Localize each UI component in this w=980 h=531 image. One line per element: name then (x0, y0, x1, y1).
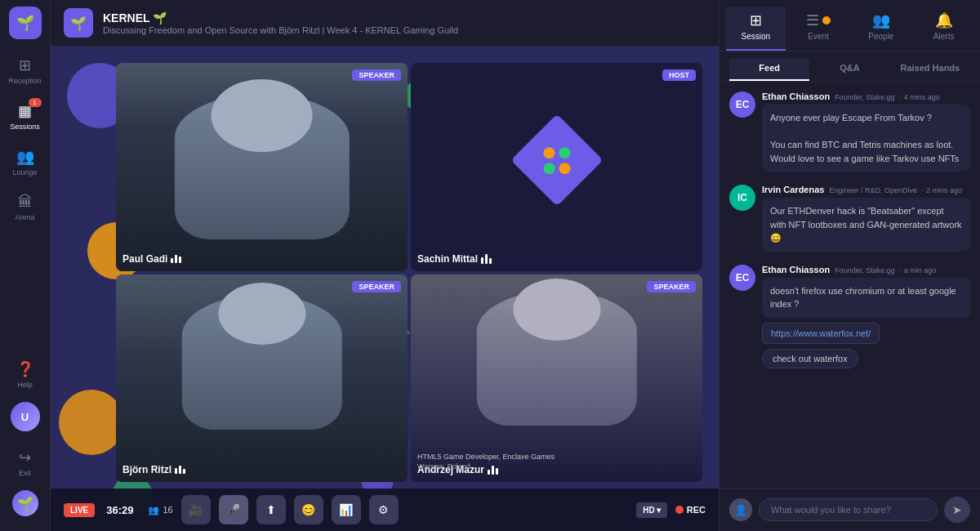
sidebar-item-help[interactable]: ❓ Help (4, 353, 47, 395)
chat-role: Engineer / R&D, OpenDive (829, 186, 917, 194)
chat-message: IC Irvin Cardenas Engineer / R&D, OpenDi… (729, 185, 970, 252)
alerts-tab-icon: 🔔 (935, 11, 953, 29)
sidebar-label-exit: Exit (19, 469, 31, 477)
controls-bar: LIVE 36:29 👥 16 🎥 🎤 ⬆ 😊 📊 ⚙ HD ▾ REC (51, 489, 719, 531)
andrzej-mazur-role: HTML5 Game Developer, Enclave Games (417, 453, 555, 461)
sachin-mittal-label: Sachin Mittal (417, 253, 492, 265)
bjorn-ritzl-name: Björn Ritzl (122, 464, 172, 475)
waterfox-link[interactable]: https://www.waterfox.net/ (762, 323, 880, 344)
chat-send-button[interactable]: ➤ (944, 497, 970, 523)
sachin-mittal-badge: HOST (662, 69, 696, 81)
chat-message: EC Ethan Chiasson Founder, Stake.gg · 4 … (729, 91, 970, 172)
chat-content: Ethan Chiasson Founder, Stake.gg · a min… (762, 265, 970, 368)
hd-quality-button[interactable]: HD ▾ (636, 502, 666, 518)
bjorn-ritzl-badge: SPEAKER (352, 281, 401, 292)
video-cell-bjorn-ritzl: SPEAKER Björn Ritzl (116, 274, 408, 483)
kernel-bottom-logo: 🌱 (12, 490, 38, 516)
session-timer: 36:29 (106, 504, 133, 516)
chat-bubble: Anyone ever play Escape From Tarkov ? Yo… (762, 105, 970, 172)
chat-role: Founder, Stake.gg (835, 93, 895, 101)
tab-event-label: Event (808, 32, 829, 41)
video-toggle-button[interactable]: 🎥 (181, 495, 211, 524)
chat-content: Ethan Chiasson Founder, Stake.gg · 4 min… (762, 91, 970, 172)
chat-bubble: doesn't firefox use chromium or at least… (762, 278, 970, 318)
sidebar-label-sessions: Sessions (10, 123, 40, 131)
main-content: 🌱 KERNEL 🌱 Discussing Freedom and Open S… (51, 0, 719, 531)
reception-icon: ⊞ (19, 56, 31, 74)
sidebar-item-reception[interactable]: ⊞ Reception (4, 49, 47, 91)
header-title: KERNEL 🌱 (103, 11, 458, 25)
waterfox-tag: check out waterfox (762, 349, 858, 368)
video-cell-andrzej-mazur: SPEAKER Andrzej Mazur HTML5 Game Develop… (411, 274, 702, 483)
audio-bar (175, 468, 177, 474)
video-cell-paul-gadi: SPEAKER Paul Gadi (116, 63, 408, 271)
chat-avatar: EC (729, 265, 755, 291)
emoji-button[interactable]: 😊 (294, 495, 323, 524)
app-logo: 🌱 (9, 7, 42, 39)
sachin-audio (481, 254, 492, 264)
audio-bar (171, 258, 173, 263)
chat-time: · 4 mins ago (900, 93, 940, 101)
audio-bar (492, 466, 494, 475)
hd-chevron-icon: ▾ (657, 506, 661, 515)
tab-session[interactable]: ⊞ Session (726, 7, 786, 51)
header: 🌱 KERNEL 🌱 Discussing Freedom and Open S… (51, 0, 719, 47)
chat-meta: Irvin Cardenas Engineer / R&D, OpenDive … (762, 185, 970, 194)
event-badge (822, 16, 831, 25)
bjorn-ritzl-label: Björn Ritzl (122, 464, 185, 475)
sidebar-label-reception: Reception (8, 77, 42, 85)
chat-meta: Ethan Chiasson Founder, Stake.gg · a min… (762, 265, 970, 274)
audio-bar (485, 254, 488, 264)
audio-bar (488, 470, 490, 475)
andrzej-mazur-badge: SPEAKER (647, 281, 696, 292)
bjorn-audio (175, 466, 185, 474)
paul-gadi-name: Paul Gadi (122, 253, 167, 265)
andrzej-mazur-location: Warsaw, Poland (417, 462, 470, 471)
sidebar-item-exit[interactable]: ↪ Exit (4, 441, 47, 484)
stats-button[interactable]: 📊 (332, 495, 361, 524)
paul-gadi-label: Paul Gadi (122, 253, 181, 265)
lounge-icon: 👥 (16, 148, 34, 166)
svg-point-5 (59, 390, 124, 455)
chat-messages: EC Ethan Chiasson Founder, Stake.gg · 4 … (719, 82, 980, 488)
tab-alerts[interactable]: 🔔 Alerts (914, 7, 973, 51)
header-logo: 🌱 (64, 8, 93, 38)
rec-indicator: REC (675, 505, 706, 515)
chat-content: Irvin Cardenas Engineer / R&D, OpenDive … (762, 185, 970, 252)
mic-toggle-button[interactable]: 🎤 (219, 495, 248, 524)
sub-tab-qa[interactable]: Q&A (809, 58, 889, 81)
sidebar-label-arena: Arena (15, 213, 34, 221)
sidebar-item-arena[interactable]: 🏛 Arena (4, 186, 47, 229)
sidebar-item-lounge[interactable]: 👥 Lounge (4, 141, 47, 183)
chat-input[interactable] (759, 498, 938, 521)
sidebar-label-lounge: Lounge (12, 168, 37, 176)
sub-tab-feed[interactable]: Feed (729, 58, 809, 81)
people-tab-icon: 👥 (872, 11, 890, 29)
tab-event[interactable]: ☰ Event (789, 7, 849, 51)
audio-bar (183, 469, 185, 474)
audio-bar (179, 466, 181, 474)
user-avatar[interactable]: U (11, 402, 40, 431)
screen-share-button[interactable]: ⬆ (256, 495, 286, 524)
chat-input-avatar: 👤 (729, 498, 752, 521)
exit-icon: ↪ (19, 448, 31, 466)
audio-bar (481, 257, 483, 264)
tab-people[interactable]: 👥 People (852, 7, 911, 51)
paul-gadi-badge: SPEAKER (352, 69, 401, 81)
chat-meta: Ethan Chiasson Founder, Stake.gg · 4 min… (762, 91, 970, 101)
chat-author: Ethan Chiasson (762, 91, 830, 101)
sessions-badge: 1 (29, 98, 42, 107)
audio-bar (496, 468, 498, 475)
video-cell-sachin-mittal: HOST Sachin Mittal (411, 63, 702, 271)
rec-dot (675, 506, 684, 514)
chat-time: · a min ago (900, 266, 937, 274)
panel-tabs: ⊞ Session ☰ Event 👥 People 🔔 Alerts (719, 0, 980, 51)
settings-button[interactable]: ⚙ (369, 495, 399, 524)
arena-icon: 🏛 (18, 194, 33, 211)
header-subtitle: Discussing Freedom and Open Source with … (103, 25, 458, 35)
chat-author: Irvin Cardenas (762, 185, 824, 194)
sidebar-label-help: Help (17, 381, 33, 389)
sub-tab-raised-hands[interactable]: Raised Hands (890, 58, 970, 81)
header-text: KERNEL 🌱 Discussing Freedom and Open Sou… (103, 11, 458, 35)
sidebar-item-sessions[interactable]: 1 ▦ Sessions (4, 95, 47, 137)
